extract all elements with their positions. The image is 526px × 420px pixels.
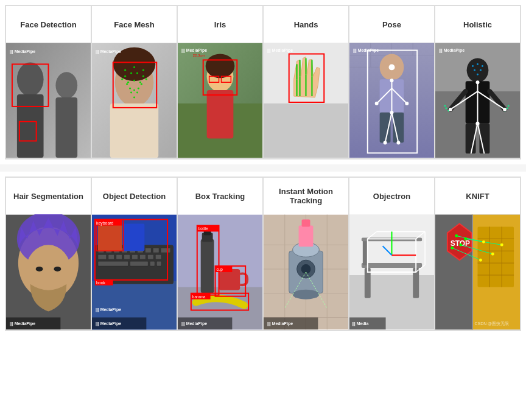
svg-text:||| MediaPipe: ||| MediaPipe xyxy=(10,321,35,326)
svg-point-230 xyxy=(459,243,462,247)
svg-rect-11 xyxy=(110,103,158,158)
cell-objectron[interactable]: Objectron xyxy=(349,177,435,331)
svg-point-31 xyxy=(146,79,147,80)
objectron-label: Objectron xyxy=(349,178,434,214)
svg-point-14 xyxy=(130,72,132,74)
hands-image[interactable]: ||| MediaPipe xyxy=(264,43,348,158)
svg-point-18 xyxy=(133,80,135,82)
face-mesh-image[interactable]: ||| MediaPipe xyxy=(92,43,177,158)
svg-text:22.3cm: 22.3cm xyxy=(193,54,205,57)
svg-point-15 xyxy=(136,72,138,74)
box-tracking-svg: bottle cup banana ||| MediaPipe xyxy=(178,214,262,330)
pose-svg: ||| MediaPipe xyxy=(349,43,434,158)
svg-point-20 xyxy=(129,88,131,89)
svg-point-2 xyxy=(17,62,44,96)
instant-motion-tracking-image[interactable]: ||| MediaPipe xyxy=(264,214,348,330)
svg-text:||| MediaPipe: ||| MediaPipe xyxy=(96,307,121,312)
face-detection-image[interactable]: ||| MediaPipe xyxy=(6,43,91,158)
svg-point-100 xyxy=(474,69,475,71)
svg-point-79 xyxy=(384,141,387,145)
row2-grid: Hair Segmentation ||| MediaPipe xyxy=(5,177,521,331)
svg-point-184 xyxy=(293,290,320,299)
face-detection-svg: ||| MediaPipe xyxy=(6,43,91,158)
svg-text:||| MediaPipe: ||| MediaPipe xyxy=(439,48,465,53)
svg-rect-159 xyxy=(201,239,214,293)
cell-box-tracking[interactable]: Box Tracking bottl xyxy=(177,177,263,331)
svg-point-16 xyxy=(142,75,144,77)
holistic-image[interactable]: ||| MediaPipe xyxy=(435,43,520,158)
svg-rect-140 xyxy=(147,254,153,259)
svg-rect-145 xyxy=(156,261,161,266)
cell-face-detection[interactable]: Face Detection xyxy=(5,5,91,159)
svg-point-112 xyxy=(503,108,507,111)
svg-point-26 xyxy=(126,83,128,85)
instant-motion-tracking-label: Instant Motion Tracking xyxy=(264,178,348,214)
svg-text:book: book xyxy=(96,281,106,285)
cell-knift[interactable]: KNIFT STOP xyxy=(435,177,521,331)
svg-point-75 xyxy=(390,79,394,82)
cell-face-mesh[interactable]: Face Mesh xyxy=(91,5,177,159)
box-tracking-label: Box Tracking xyxy=(178,178,262,214)
svg-rect-143 xyxy=(130,261,149,266)
svg-point-229 xyxy=(455,234,458,237)
svg-point-13 xyxy=(124,75,126,77)
cell-hands[interactable]: Hands ||| MediaPipe xyxy=(263,5,349,159)
obj-det-svg: keyboard book ||| MediaPipe ||| MediaPip… xyxy=(92,214,177,330)
svg-point-78 xyxy=(405,102,409,105)
svg-point-109 xyxy=(476,80,480,84)
hands-label: Hands xyxy=(264,6,348,43)
cell-pose[interactable]: Pose xyxy=(349,5,435,159)
svg-rect-137 xyxy=(124,254,130,259)
svg-text:||| Media: ||| Media xyxy=(352,321,369,326)
svg-point-235 xyxy=(479,259,482,262)
cell-iris[interactable]: Iris xyxy=(177,5,263,159)
pose-image[interactable]: ||| MediaPipe xyxy=(349,43,434,158)
svg-text:||| MediaPipe: ||| MediaPipe xyxy=(267,48,293,53)
cell-object-detection[interactable]: Object Detection xyxy=(91,177,177,331)
svg-rect-142 xyxy=(98,261,128,266)
svg-point-22 xyxy=(138,88,139,89)
face-detection-label: Face Detection xyxy=(6,6,91,43)
svg-text:bottle: bottle xyxy=(198,226,208,231)
svg-rect-218 xyxy=(478,227,514,287)
svg-rect-132 xyxy=(153,248,159,253)
objectron-svg: ||| Media xyxy=(349,214,434,330)
svg-rect-134 xyxy=(98,254,107,259)
svg-point-23 xyxy=(124,69,126,71)
svg-rect-5 xyxy=(55,97,77,158)
iris-image[interactable]: 22.3cm ||| MediaPipe xyxy=(178,43,262,158)
svg-point-25 xyxy=(133,66,135,68)
svg-rect-46 xyxy=(264,103,348,158)
hair-segmentation-image[interactable]: ||| MediaPipe xyxy=(6,214,91,330)
svg-rect-133 xyxy=(161,248,170,253)
svg-rect-135 xyxy=(108,254,114,259)
holistic-svg: ||| MediaPipe xyxy=(435,43,520,158)
cell-holistic[interactable]: Holistic xyxy=(435,5,521,159)
instant-motion-svg: ||| MediaPipe xyxy=(264,214,348,330)
face-mesh-svg: ||| MediaPipe xyxy=(92,43,177,158)
knift-image[interactable]: STOP xyxy=(435,214,520,330)
face-mesh-label: Face Mesh xyxy=(92,6,177,43)
svg-point-111 xyxy=(449,108,452,111)
svg-rect-3 xyxy=(17,94,44,158)
svg-point-39 xyxy=(206,54,235,79)
hands-svg: ||| MediaPipe xyxy=(264,43,348,158)
object-detection-image[interactable]: keyboard book ||| MediaPipe ||| MediaPip… xyxy=(92,214,177,330)
box-tracking-image[interactable]: bottle cup banana ||| MediaPipe xyxy=(178,214,262,330)
svg-rect-136 xyxy=(116,254,122,259)
svg-point-29 xyxy=(136,92,138,94)
svg-text:||| MediaPipe: ||| MediaPipe xyxy=(353,48,379,53)
svg-rect-144 xyxy=(150,261,155,266)
pose-label: Pose xyxy=(349,6,434,43)
iris-svg: 22.3cm ||| MediaPipe xyxy=(178,43,262,158)
svg-rect-188 xyxy=(302,220,310,227)
svg-text:||| MediaPipe: ||| MediaPipe xyxy=(10,49,35,54)
objectron-image[interactable]: ||| Media xyxy=(349,214,434,330)
svg-text:||| MediaPipe: ||| MediaPipe xyxy=(96,49,121,54)
cell-instant-motion-tracking[interactable]: Instant Motion Tracking xyxy=(263,177,349,331)
svg-point-21 xyxy=(133,89,135,91)
svg-rect-199 xyxy=(363,239,368,265)
svg-rect-141 xyxy=(155,254,161,259)
svg-text:||| MediaPipe: ||| MediaPipe xyxy=(96,321,121,326)
cell-hair-segmentation[interactable]: Hair Segmentation ||| MediaPipe xyxy=(5,177,91,331)
